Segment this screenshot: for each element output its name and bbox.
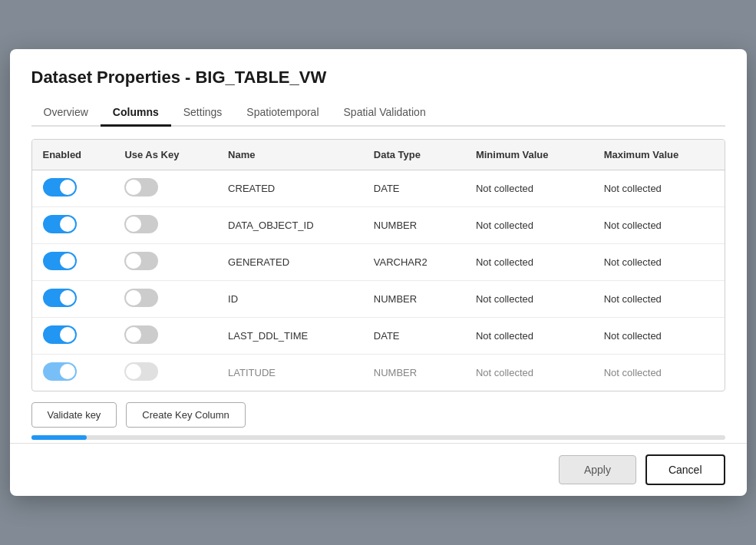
modal-footer: Apply Cancel: [10, 443, 747, 496]
enabled-toggle-2[interactable]: [43, 252, 77, 270]
tab-columns[interactable]: Columns: [101, 100, 171, 127]
enabled-toggle-4[interactable]: [43, 325, 77, 344]
use-as-key-toggle-1[interactable]: [124, 215, 158, 233]
table-header-row: EnabledUse As KeyNameData TypeMinimum Va…: [32, 140, 725, 170]
col-max-value-cell: Not collected: [593, 281, 725, 318]
tab-settings[interactable]: Settings: [171, 100, 235, 127]
col-header-data-type: Data Type: [363, 140, 465, 170]
col-min-value-cell: Not collected: [465, 355, 593, 391]
col-name-cell: CREATED: [217, 170, 363, 207]
tab-spatiotemporal[interactable]: Spatiotemporal: [234, 100, 331, 127]
tabs-container: OverviewColumnsSettingsSpatiotemporalSpa…: [31, 100, 725, 127]
col-name-cell: ID: [217, 281, 363, 318]
table-row: LATITUDENUMBERNot collectedNot collected: [32, 355, 725, 391]
table-row: LAST_DDL_TIMEDATENot collectedNot collec…: [32, 318, 725, 355]
use-as-key-toggle-4[interactable]: [124, 325, 158, 344]
col-header-enabled: Enabled: [32, 140, 114, 170]
dataset-properties-modal: Dataset Properties - BIG_TABLE_VW Overvi…: [10, 49, 747, 496]
col-header-minimum-value: Minimum Value: [465, 140, 593, 170]
use-as-key-toggle-0[interactable]: [124, 178, 158, 197]
action-row: Validate key Create Key Column: [31, 391, 725, 435]
col-min-value-cell: Not collected: [465, 207, 593, 244]
col-datatype-cell: DATE: [363, 318, 465, 355]
col-min-value-cell: Not collected: [465, 244, 593, 281]
col-max-value-cell: Not collected: [593, 318, 725, 355]
tab-overview[interactable]: Overview: [31, 100, 101, 127]
col-name-cell: GENERATED: [217, 244, 363, 281]
columns-table-wrapper[interactable]: EnabledUse As KeyNameData TypeMinimum Va…: [31, 139, 725, 391]
cancel-button[interactable]: Cancel: [645, 454, 725, 485]
col-min-value-cell: Not collected: [465, 281, 593, 318]
progress-bar-fill: [31, 435, 87, 440]
col-min-value-cell: Not collected: [465, 170, 593, 207]
modal-title: Dataset Properties - BIG_TABLE_VW: [31, 68, 725, 88]
table-row: GENERATEDVARCHAR2Not collectedNot collec…: [32, 244, 725, 281]
modal-header: Dataset Properties - BIG_TABLE_VW Overvi…: [10, 49, 747, 127]
table-row: DATA_OBJECT_IDNUMBERNot collectedNot col…: [32, 207, 725, 244]
col-header-use-as-key: Use As Key: [114, 140, 217, 170]
modal-body: EnabledUse As KeyNameData TypeMinimum Va…: [10, 127, 747, 443]
table-row: CREATEDDATENot collectedNot collected: [32, 170, 725, 207]
use-as-key-toggle-2[interactable]: [124, 252, 158, 270]
col-datatype-cell: DATE: [363, 170, 465, 207]
enabled-toggle-5[interactable]: [43, 362, 77, 381]
enabled-toggle-3[interactable]: [43, 289, 77, 307]
col-datatype-cell: NUMBER: [363, 355, 465, 391]
col-min-value-cell: Not collected: [465, 318, 593, 355]
col-name-cell: LATITUDE: [217, 355, 363, 391]
col-max-value-cell: Not collected: [593, 244, 725, 281]
enabled-toggle-0[interactable]: [43, 178, 77, 197]
create-key-column-button[interactable]: Create Key Column: [126, 402, 245, 428]
col-datatype-cell: NUMBER: [363, 207, 465, 244]
use-as-key-toggle-3[interactable]: [124, 289, 158, 307]
col-max-value-cell: Not collected: [593, 207, 725, 244]
col-max-value-cell: Not collected: [593, 355, 725, 391]
col-header-maximum-value: Maximum Value: [593, 140, 725, 170]
col-header-name: Name: [217, 140, 363, 170]
columns-table: EnabledUse As KeyNameData TypeMinimum Va…: [32, 140, 725, 391]
col-datatype-cell: NUMBER: [363, 281, 465, 318]
col-max-value-cell: Not collected: [593, 170, 725, 207]
progress-bar-container: [31, 435, 725, 440]
col-datatype-cell: VARCHAR2: [363, 244, 465, 281]
col-name-cell: DATA_OBJECT_ID: [217, 207, 363, 244]
apply-button[interactable]: Apply: [559, 455, 636, 484]
table-row: IDNUMBERNot collectedNot collected: [32, 281, 725, 318]
validate-key-button[interactable]: Validate key: [31, 402, 117, 428]
enabled-toggle-1[interactable]: [43, 215, 77, 233]
tab-spatial-validation[interactable]: Spatial Validation: [332, 100, 438, 127]
use-as-key-toggle-5[interactable]: [124, 362, 158, 381]
col-name-cell: LAST_DDL_TIME: [217, 318, 363, 355]
